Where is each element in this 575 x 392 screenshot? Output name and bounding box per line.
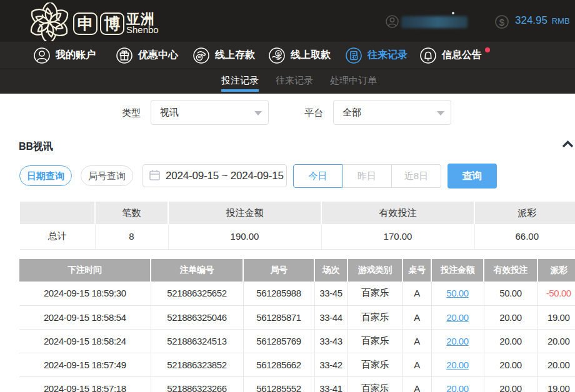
svg-text:$: $ (499, 17, 505, 27)
svg-text:$: $ (277, 51, 280, 56)
